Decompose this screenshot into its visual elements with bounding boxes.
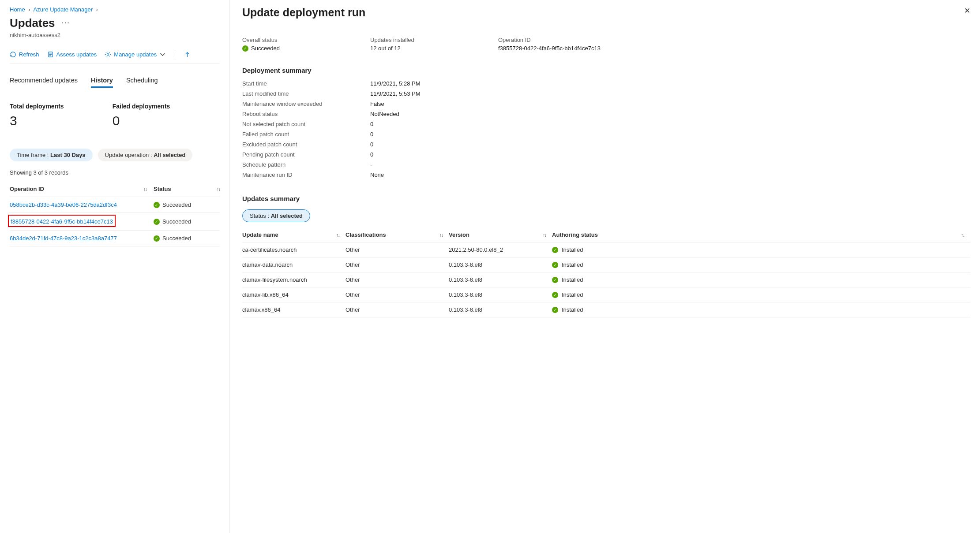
selected-row-highlight: f3855728-0422-4fa6-9f5c-bb14f4ce7c13 <box>8 215 116 227</box>
filter-timeframe[interactable]: Time frame : Last 30 Days <box>10 149 93 161</box>
arrow-up-icon <box>184 51 191 58</box>
update-name: clamav-filesystem.noarch <box>242 276 345 283</box>
stats: Total deployments 3 Failed deployments 0 <box>10 103 220 128</box>
sort-icon: ↑↓ <box>439 232 443 238</box>
operation-id-label: Operation ID <box>498 37 970 43</box>
stat-failed-value: 0 <box>113 113 170 128</box>
records-count: Showing 3 of 3 records <box>10 169 220 176</box>
close-icon[interactable]: ✕ <box>964 6 970 15</box>
tab-history[interactable]: History <box>91 77 113 88</box>
summary-key: Pending patch count <box>242 151 370 158</box>
page-subtitle: nikhim-autoassess2 <box>10 32 220 38</box>
more-icon[interactable]: ··· <box>61 17 70 29</box>
summary-key: Schedule pattern <box>242 161 370 168</box>
col-version[interactable]: Version↑↓ <box>449 231 552 238</box>
breadcrumb-home[interactable]: Home <box>10 6 25 13</box>
update-classification: Other <box>345 246 449 253</box>
col-update-name[interactable]: Update name↑↓ <box>242 231 345 238</box>
tab-scheduling[interactable]: Scheduling <box>126 77 158 88</box>
filter-timeframe-value: Last 30 Days <box>50 152 86 158</box>
chevron-down-icon <box>159 51 166 58</box>
filter-operation-value: All selected <box>154 152 185 158</box>
filters: Time frame : Last 30 Days Update operati… <box>10 149 220 161</box>
table-row: 6b34de2d-71fd-47c8-9a23-1c2c3a8a7477✓Suc… <box>10 231 220 246</box>
summary-value: 11/9/2021, 5:28 PM <box>370 80 420 87</box>
stat-failed: Failed deployments 0 <box>113 103 170 128</box>
summary-key: Failed patch count <box>242 131 370 138</box>
page-title-row: Updates ··· <box>10 16 220 30</box>
page-title: Updates <box>10 16 55 30</box>
update-name: ca-certificates.noarch <box>242 246 345 253</box>
check-icon: ✓ <box>552 262 558 268</box>
col-classifications[interactable]: Classifications↑↓ <box>345 231 449 238</box>
deployment-summary-title: Deployment summary <box>242 67 970 74</box>
updates-summary-title: Updates summary <box>242 195 970 202</box>
tab-recommended[interactable]: Recommended updates <box>10 77 78 88</box>
check-icon: ✓ <box>552 307 558 313</box>
deployment-summary: Start time11/9/2021, 5:28 PMLast modifie… <box>242 78 970 180</box>
updates-grid: Update name↑↓ Classifications↑↓ Version↑… <box>242 227 970 317</box>
refresh-icon <box>10 51 16 58</box>
operation-id-value: f3855728-0422-4fa6-9f5c-bb14f4ce7c13 <box>498 45 970 52</box>
breadcrumb-aum[interactable]: Azure Update Manager <box>34 6 93 13</box>
summary-value: 0 <box>370 131 373 138</box>
table-row: f3855728-0422-4fa6-9f5c-bb14f4ce7c13✓Suc… <box>10 213 220 231</box>
stat-total-label: Total deployments <box>10 103 64 110</box>
status-text: Succeeded <box>162 201 191 208</box>
status-filter[interactable]: Status : All selected <box>242 209 310 222</box>
updates-installed-label: Updates installed <box>370 37 498 43</box>
upload-button[interactable] <box>184 51 191 58</box>
summary-row: Reboot statusNotNeeded <box>242 109 970 119</box>
filter-operation[interactable]: Update operation : All selected <box>98 149 193 161</box>
summary-row: Excluded patch count0 <box>242 139 970 149</box>
filter-operation-label: Update operation : <box>105 152 152 158</box>
manage-label: Manage updates <box>114 51 157 58</box>
check-icon: ✓ <box>154 202 160 208</box>
sort-icon: ↑↓ <box>961 232 964 238</box>
update-authoring-status: ✓Installed <box>552 276 970 283</box>
assess-button[interactable]: Assess updates <box>47 51 97 58</box>
summary-key: Reboot status <box>242 111 370 117</box>
operation-id-link[interactable]: 6b34de2d-71fd-47c8-9a23-1c2c3a8a7477 <box>10 235 117 242</box>
refresh-button[interactable]: Refresh <box>10 51 39 58</box>
summary-value: 0 <box>370 121 373 127</box>
detail-panel: Update deployment run ✕ Overall status ✓… <box>229 0 980 533</box>
stat-failed-label: Failed deployments <box>113 103 170 110</box>
update-version: 0.103.3-8.el8 <box>449 291 552 298</box>
update-version: 0.103.3-8.el8 <box>449 276 552 283</box>
summary-row: Schedule pattern- <box>242 160 970 170</box>
summary-row: Not selected patch count0 <box>242 119 970 129</box>
update-version: 0.103.3-8.el8 <box>449 261 552 268</box>
check-icon: ✓ <box>154 235 160 242</box>
update-authoring-status: ✓Installed <box>552 306 970 313</box>
operation-id-link[interactable]: f3855728-0422-4fa6-9f5c-bb14f4ce7c13 <box>11 218 113 225</box>
update-name: clamav.x86_64 <box>242 306 345 313</box>
check-icon: ✓ <box>552 247 558 253</box>
tabs: Recommended updates History Scheduling <box>10 77 220 88</box>
table-row: 058bce2b-d33c-4a39-be06-2275da2df3c4✓Suc… <box>10 197 220 213</box>
updates-installed-value: 12 out of 12 <box>370 45 498 52</box>
col-operation-id[interactable]: Operation ID ↑↓ <box>10 186 154 192</box>
col-authoring-status[interactable]: Authoring status↑↓ <box>552 231 970 238</box>
summary-row: Pending patch count0 <box>242 149 970 160</box>
col-status[interactable]: Status ↑↓ <box>154 186 220 192</box>
update-name: clamav-data.noarch <box>242 261 345 268</box>
summary-value: 11/9/2021, 5:53 PM <box>370 90 420 97</box>
summary-row: Maintenance window exceededFalse <box>242 99 970 109</box>
manage-button[interactable]: Manage updates <box>105 51 166 58</box>
overall-status-value: ✓ Succeeded <box>242 45 370 52</box>
toolbar: Refresh Assess updates Manage updates <box>10 50 220 63</box>
summary-value: - <box>370 161 372 168</box>
status-cell: ✓Succeeded <box>154 201 220 208</box>
assess-label: Assess updates <box>56 51 97 58</box>
summary-row: Last modified time11/9/2021, 5:53 PM <box>242 89 970 99</box>
summary-row: Failed patch count0 <box>242 129 970 139</box>
breadcrumb: Home › Azure Update Manager › <box>10 6 220 13</box>
summary-value: None <box>370 171 384 178</box>
status-cell: ✓Succeeded <box>154 218 220 225</box>
update-classification: Other <box>345 306 449 313</box>
grid-header: Operation ID ↑↓ Status ↑↓ <box>10 181 220 197</box>
main-content: Home › Azure Update Manager › Updates ··… <box>0 0 229 533</box>
operation-id-link[interactable]: 058bce2b-d33c-4a39-be06-2275da2df3c4 <box>10 201 117 208</box>
table-row: clamav.x86_64Other0.103.3-8.el8✓Installe… <box>242 302 970 317</box>
